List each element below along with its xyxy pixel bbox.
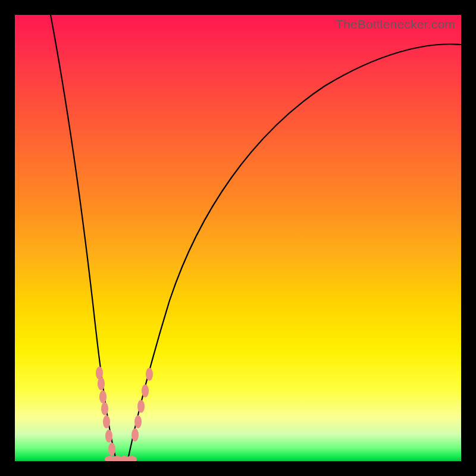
svg-point-8: [134, 415, 142, 428]
svg-point-1: [98, 377, 105, 390]
markers-bottom: [105, 456, 137, 461]
svg-point-7: [131, 428, 139, 441]
chart-frame: TheBottlenecker.com: [0, 0, 476, 476]
right-curve: [128, 44, 461, 459]
svg-point-4: [103, 415, 110, 428]
svg-point-2: [99, 390, 107, 403]
svg-point-9: [137, 400, 145, 413]
markers-right: [131, 368, 153, 441]
svg-point-11: [146, 368, 153, 381]
plot-area: TheBottlenecker.com: [15, 15, 461, 461]
watermark-text: TheBottlenecker.com: [336, 17, 455, 32]
curves-layer: [15, 15, 461, 461]
left-curve: [51, 15, 116, 459]
svg-point-10: [142, 384, 149, 397]
svg-point-3: [101, 402, 108, 415]
svg-point-5: [105, 430, 112, 443]
svg-point-15: [126, 456, 137, 461]
svg-point-6: [108, 443, 115, 456]
